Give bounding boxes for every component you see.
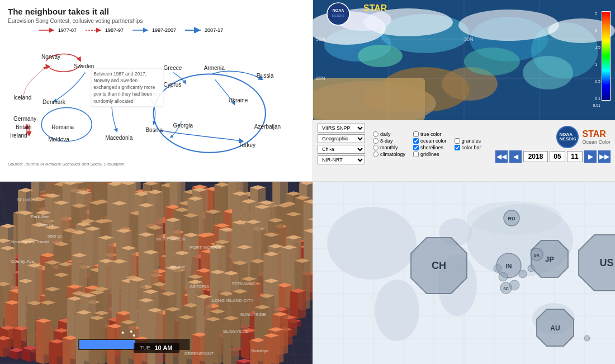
colorbar-labels: 5 3 1.5 1 0.5 0.1 0.01 [595,11,600,101]
node-norway: Norway [41,54,60,60]
svg-text:IN: IN [506,263,512,270]
svg-text:30N: 30N [464,36,474,42]
noaa-controls: VIIRS SNPP Geographic Chi-a NIR-NRT [313,120,615,182]
projection-select[interactable]: Geographic [318,134,365,143]
world-map: RU CH JP US IN [313,182,615,364]
prev-year-btn[interactable]: ◀◀ [495,150,508,163]
node-georgia: Georgia [173,122,193,129]
gridlines-checkbox[interactable]: gridlines [413,152,447,157]
svg-point-72 [499,272,508,281]
svg-text:AU: AU [550,324,560,332]
node-germany: Germany [13,116,36,122]
granules-checkbox[interactable]: granules [455,138,481,144]
climatology-checkbox[interactable]: climatology [373,152,405,157]
star-title: STAR [582,129,611,139]
legend-period-2: 1987-97 [105,27,124,33]
legend-period-4: 2007-17 [205,27,223,33]
svg-text:SK: SK [533,253,540,258]
legend-period-3: 1997-2007 [152,27,176,33]
node-macedonia: Macedonia [105,135,133,141]
node-romania: Romania [51,124,74,130]
svg-point-16 [358,45,403,67]
svg-point-21 [458,10,559,41]
svg-text:NESDIS: NESDIS [332,14,344,17]
node-armenia: Armenia [204,65,225,71]
oceancolor-checkbox[interactable]: ocean color [413,138,447,144]
month-display: 05 [550,151,565,162]
next-year-btn[interactable]: ▶▶ [598,150,611,163]
node-russia: Russia [257,73,274,79]
svg-point-54 [375,280,419,341]
node-denmark: Denmark [42,99,66,105]
node-bosnia: Bosnia [145,127,163,133]
svg-text:SC: SC [503,287,509,291]
date-navigation: ◀◀ ◀ 2018 05 11 ▶ ▶▶ [495,150,611,163]
node-iceland: Iceland [13,94,31,101]
svg-text:JP: JP [545,255,554,263]
node-turkey: Turkey [239,142,256,148]
8day-checkbox[interactable]: 8-day [373,138,405,144]
sensor-select[interactable]: VIIRS SNPP [318,124,365,133]
noaa-map: 30N 30N 20N NOAA NESDIS STAR 5 3 1.5 1 0… [313,0,615,120]
svg-text:US: US [599,257,613,268]
year-display: 2018 [523,151,548,162]
monthly-checkbox[interactable]: monthly [373,145,405,150]
next-btn[interactable]: ▶ [584,150,597,163]
svg-point-75 [528,265,534,272]
node-greece: Greece [164,65,182,71]
daily-checkbox[interactable]: daily [373,131,405,137]
correction-select[interactable]: NIR-NRT [318,155,365,164]
svg-text:RU: RU [508,216,515,221]
source-text: Source: Journal of Artificial Societies … [8,162,305,167]
prev-btn[interactable]: ◀ [509,150,522,163]
eurovision-panel: The neighbour takes it all Eurovision So… [0,0,313,182]
star-logo-circle: NOAANESDIS [556,126,579,148]
node-azerbaijan: Azerbaijan [254,124,281,130]
time-label: 10 AM [155,344,173,351]
time-bar: TUE 10 AM [134,343,179,353]
city-canvas [0,182,313,364]
svg-point-18 [523,56,573,89]
noaa-panel: 30N 30N 20N NOAA NESDIS STAR 5 3 1.5 1 0… [313,0,615,182]
svg-text:CH: CH [432,260,446,271]
svg-point-81 [584,335,590,341]
day-label: TUE [140,345,150,351]
colorbar-checkbox[interactable]: color bar [455,145,481,150]
day-display: 11 [567,151,583,162]
city-map-panel: TUE 10 AM (function() { const canvas = d… [0,182,313,364]
svg-point-17 [464,48,520,75]
svg-point-53 [327,207,417,280]
node-cyprus: Cyprus [164,82,182,88]
svg-text:20N: 20N [316,75,325,81]
legend-period-1: 1977-87 [58,27,77,33]
node-ireland: Ireland [10,133,27,139]
svg-text:STAR: STAR [363,3,387,13]
main-grid: The neighbour takes it all Eurovision So… [0,0,615,364]
star-subtitle: Ocean Color [582,139,611,145]
algorithm-select[interactable]: Chi-a [318,145,365,154]
chart-subtitle: Eurovision Song Contest, collusive votin… [8,18,305,24]
chart-title: The neighbour takes it all [8,7,305,17]
shorelines-checkbox[interactable]: shorelines [413,145,447,150]
svg-point-76 [494,264,502,272]
svg-point-74 [519,270,527,278]
svg-text:NOAA: NOAA [333,8,344,12]
colorbar [602,11,611,101]
truecolor-checkbox[interactable]: true color [413,131,447,137]
world-bubble-panel: RU CH JP US IN [313,182,615,364]
node-britain: Britain [16,124,31,130]
node-ukraine: Ukraine [229,97,248,103]
node-moldova: Moldova [48,136,69,143]
network-diagram: Norway Iceland Sweden Denmark Germany Br… [8,36,305,159]
svg-text:30N: 30N [316,36,325,42]
